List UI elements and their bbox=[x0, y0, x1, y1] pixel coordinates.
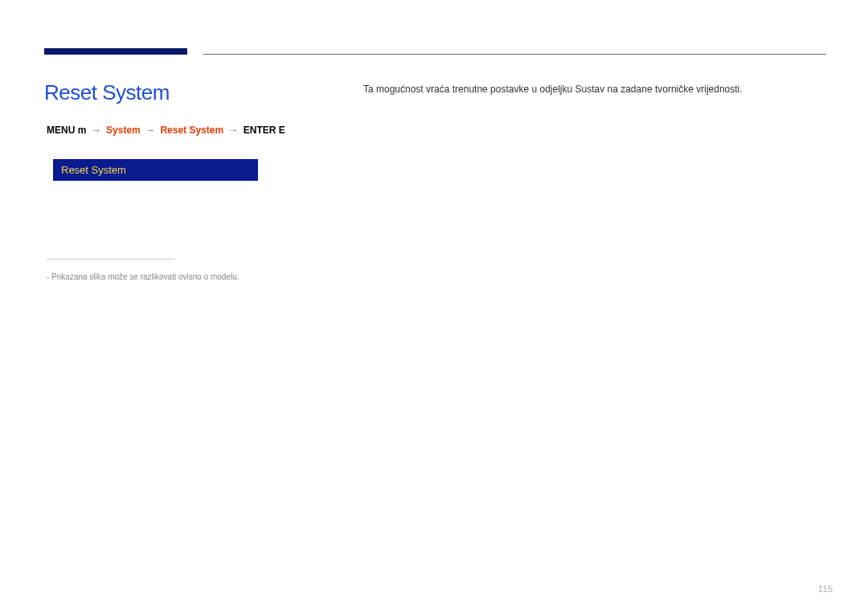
breadcrumb-enter: ENTER E bbox=[244, 125, 285, 136]
header-divider-line bbox=[203, 54, 826, 55]
footnote-divider bbox=[47, 259, 175, 260]
arrow-icon: → bbox=[145, 125, 155, 136]
footnote-text: - Prikazana slika može se razlikovati ov… bbox=[47, 272, 240, 281]
breadcrumb: MENU m → System → Reset System → ENTER E bbox=[47, 125, 285, 136]
description-text: Ta mogućnost vraća trenutne postavke u o… bbox=[363, 84, 743, 95]
menu-item-label: Reset System bbox=[61, 164, 126, 176]
arrow-icon: → bbox=[228, 125, 238, 136]
breadcrumb-menu: MENU m bbox=[47, 125, 86, 136]
menu-list: Reset System bbox=[53, 159, 258, 181]
breadcrumb-system: System bbox=[106, 125, 141, 136]
header-accent-bar bbox=[44, 48, 187, 55]
ui-screenshot: Reset System bbox=[53, 159, 258, 181]
page-number: 115 bbox=[818, 584, 833, 594]
breadcrumb-reset: Reset System bbox=[160, 125, 223, 136]
page-title: Reset System bbox=[44, 80, 170, 105]
menu-item-selected: Reset System bbox=[53, 159, 258, 181]
arrow-icon: → bbox=[92, 125, 101, 136]
